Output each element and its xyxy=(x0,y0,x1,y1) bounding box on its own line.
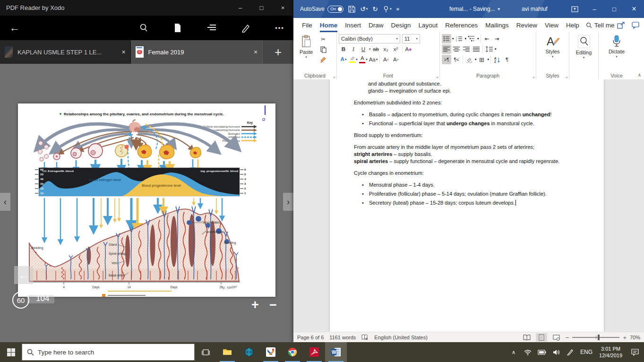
ribbon-tab-review[interactable]: Review xyxy=(513,18,541,32)
back-arrow-icon[interactable]: ← xyxy=(9,22,21,34)
maximize-icon[interactable]: □ xyxy=(251,0,272,16)
superscript-button[interactable]: x² xyxy=(391,44,401,54)
zoom-percent[interactable]: 70% xyxy=(630,335,640,340)
document-title[interactable]: femal... - Saving... ▼ xyxy=(449,0,501,18)
underline-caret-icon[interactable]: ▾ xyxy=(369,47,371,51)
show-formatting-button[interactable]: ¶ xyxy=(502,55,512,64)
close-icon[interactable]: × xyxy=(272,0,293,16)
touch-mouse-mode-icon[interactable]: ▾ xyxy=(383,6,392,13)
more-options-icon[interactable]: ••• xyxy=(274,22,286,34)
word-button[interactable]: W xyxy=(325,342,347,362)
navigation-back-arrow[interactable]: ← xyxy=(14,266,33,284)
bold-button[interactable]: B xyxy=(339,44,348,54)
change-case-button[interactable]: Aa▾ xyxy=(369,55,378,64)
close-icon[interactable]: × xyxy=(624,0,644,18)
close-tab-icon[interactable]: × xyxy=(254,48,258,56)
grow-font-button[interactable]: A˄ xyxy=(381,55,391,64)
undo-icon[interactable]: ↺▾ xyxy=(360,5,368,13)
redo-icon[interactable]: ↻ xyxy=(372,5,378,13)
action-center-icon[interactable] xyxy=(626,342,644,362)
acrobat-button[interactable] xyxy=(303,342,325,362)
chrome-button[interactable] xyxy=(282,342,303,362)
wifi-icon[interactable] xyxy=(521,342,535,362)
ribbon-tab-view[interactable]: View xyxy=(541,18,562,32)
ribbon-tab-draw[interactable]: Draw xyxy=(365,18,387,32)
read-mode-icon[interactable] xyxy=(521,333,532,342)
volume-icon[interactable] xyxy=(549,342,563,362)
zoom-in-button[interactable]: + xyxy=(251,298,259,312)
numbering-button[interactable]: 123 xyxy=(455,34,464,43)
minimize-icon[interactable]: – xyxy=(584,0,604,18)
styles-dialog-launcher-icon[interactable]: ⌟ xyxy=(566,74,567,78)
signed-in-user[interactable]: avi mahluf xyxy=(522,0,548,18)
font-color-button[interactable]: A▾ xyxy=(359,55,368,64)
ribbon-display-options-icon[interactable] xyxy=(565,0,584,18)
ribbon-tab-mailings[interactable]: Mailings xyxy=(481,18,513,32)
language-status[interactable]: English (United States) xyxy=(374,335,428,340)
rtl-direction-button[interactable]: ¶< xyxy=(452,55,461,64)
ribbon-tab-references[interactable]: References xyxy=(441,18,481,32)
strikethrough-button[interactable]: ab xyxy=(371,44,381,54)
new-tab-icon[interactable]: + xyxy=(262,40,293,64)
shading-button[interactable] xyxy=(464,55,474,64)
decrease-indent-button[interactable]: ⇤ xyxy=(482,34,492,43)
shrink-font-button[interactable]: A˅ xyxy=(391,55,401,64)
zoom-out-button[interactable]: − xyxy=(269,298,277,312)
paste-button[interactable]: Paste ▾ xyxy=(295,34,317,71)
align-center-button[interactable] xyxy=(452,44,461,54)
underline-button[interactable]: U xyxy=(359,44,368,54)
web-layout-icon[interactable] xyxy=(550,333,562,342)
text-highlight-button[interactable]: ▾ xyxy=(349,55,358,64)
windows-ink-icon[interactable] xyxy=(563,342,577,362)
prev-page-chevron[interactable]: ‹ xyxy=(0,193,10,211)
ribbon-tab-file[interactable]: File xyxy=(298,18,316,32)
clipboard-dialog-launcher-icon[interactable]: ⌟ xyxy=(333,74,335,78)
ribbon-tab-insert[interactable]: Insert xyxy=(341,18,365,32)
next-page-chevron[interactable]: › xyxy=(283,193,293,211)
styles-button[interactable]: A Styles ▾ xyxy=(542,34,564,71)
zoom-slider[interactable] xyxy=(572,337,619,338)
italic-button[interactable]: I xyxy=(349,44,358,54)
annotate-pen-icon[interactable] xyxy=(240,22,252,34)
ribbon-tab-help[interactable]: Help xyxy=(562,18,583,32)
page-icon[interactable] xyxy=(172,22,184,34)
search-icon[interactable] xyxy=(137,22,150,34)
font-size-combobox[interactable]: 11▾ xyxy=(402,34,420,43)
format-painter-icon[interactable] xyxy=(318,55,328,65)
clock[interactable]: 3:01 PM 12/4/2019 xyxy=(595,345,626,359)
share-icon[interactable] xyxy=(617,22,625,29)
autosave-toggle[interactable]: AutoSave On xyxy=(300,6,343,13)
task-view-button[interactable] xyxy=(195,342,216,362)
print-layout-icon[interactable] xyxy=(536,333,547,342)
text-effects-button[interactable]: A▾ xyxy=(339,55,348,64)
copy-icon[interactable] xyxy=(318,45,328,54)
sort-button[interactable]: AZ xyxy=(492,55,502,64)
comments-icon[interactable] xyxy=(632,22,639,29)
bullets-button[interactable] xyxy=(442,34,451,43)
font-dialog-launcher-icon[interactable]: ⌟ xyxy=(436,74,438,78)
start-button[interactable] xyxy=(0,342,22,362)
align-left-button[interactable] xyxy=(442,44,451,54)
minimize-icon[interactable]: – xyxy=(230,0,251,16)
zoom-in-icon[interactable]: + xyxy=(623,334,627,341)
ribbon-tab-design[interactable]: Design xyxy=(387,18,415,32)
taskbar-search-box[interactable]: Type here to search xyxy=(22,344,195,361)
zoom-out-icon[interactable]: − xyxy=(565,334,569,341)
tell-me-box[interactable]: Tell me xyxy=(586,22,615,29)
page-count-status[interactable]: Page 6 of 6 xyxy=(297,335,324,340)
collapse-ribbon-icon[interactable]: ∧ xyxy=(638,72,641,78)
close-tab-icon[interactable]: × xyxy=(121,48,125,56)
pdf-tab-kaplan[interactable]: KAPLAN USMLE STEP 1 LE... × xyxy=(0,40,131,64)
ltr-direction-button[interactable]: >¶ xyxy=(442,55,451,64)
battery-icon[interactable] xyxy=(535,342,549,362)
cut-icon[interactable]: ✂ xyxy=(318,34,328,44)
font-name-combobox[interactable]: Calibri (Body)▾ xyxy=(339,34,400,43)
zoom-slider-thumb[interactable] xyxy=(598,335,600,340)
borders-button[interactable]: ⊞ xyxy=(477,55,487,64)
increase-indent-button[interactable]: ⇥ xyxy=(492,34,502,43)
ribbon-tab-home[interactable]: Home xyxy=(316,18,342,32)
tray-chevron-icon[interactable]: ∧ xyxy=(507,342,521,362)
document-page[interactable]: and abudant ground substance.glands – in… xyxy=(330,79,604,332)
current-page-badge[interactable]: 60 xyxy=(12,292,29,309)
save-icon[interactable] xyxy=(348,6,355,13)
